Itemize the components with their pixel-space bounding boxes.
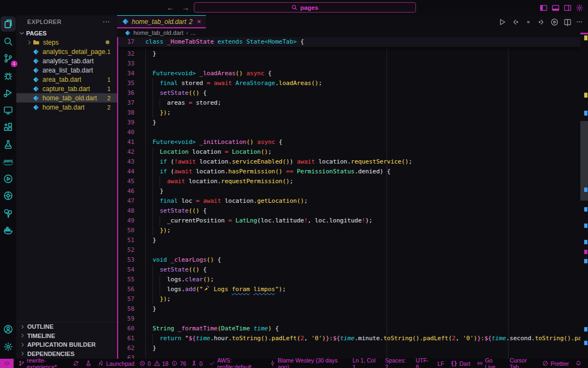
code-line-56[interactable]: 56logs.add(" Logs foram limpos"); (118, 285, 580, 294)
overview-ruler-scrollbar[interactable] (580, 33, 588, 359)
code-line-40[interactable]: 40 (118, 128, 580, 137)
activity-extensions[interactable] (1, 119, 16, 135)
status-problems-errors[interactable]: 0 (138, 359, 152, 368)
status-eol[interactable]: LF (434, 359, 447, 368)
tree-item-analytics_detail_page.d...[interactable]: analytics_detail_page.d...1 (16, 47, 117, 56)
next-change-button[interactable] (537, 18, 546, 26)
tree-item-capture_tab.dart[interactable]: capture_tab.dart1 (16, 84, 117, 93)
status-go-live[interactable]: Go Live (474, 359, 506, 368)
prev-change-button[interactable] (511, 18, 519, 26)
line-number[interactable]: 50 (118, 226, 134, 236)
tree-item-home_tab.dart[interactable]: home_tab.dart2 (16, 102, 117, 112)
line-number[interactable]: 39 (118, 118, 134, 128)
current-change-button[interactable] (524, 18, 532, 26)
toggle-secondary-sidebar[interactable] (564, 4, 572, 12)
status-problems-infos[interactable]: 76 (170, 359, 188, 368)
status-aws-profile[interactable]: AWS: profile:default (206, 359, 266, 368)
tree-item-area_list_tab.dart[interactable]: area_list_tab.dart (16, 65, 117, 75)
activity-docker[interactable] (1, 222, 16, 238)
status-launchpad[interactable]: Launchpad (95, 359, 138, 368)
code-line-62[interactable]: 62} (118, 343, 580, 353)
code-line-58[interactable]: 58} (118, 304, 580, 314)
status-cursor-position[interactable]: Ln 1, Col 1 (349, 359, 382, 368)
status-git-blame[interactable]: Blame Wesley (30 days ago) (266, 359, 350, 368)
line-number[interactable]: 61 (118, 334, 134, 343)
code-line-49[interactable]: 49_currentPosition = LatLng(loc.latitude… (118, 216, 580, 226)
code-line-37[interactable]: 37areas = stored; (118, 98, 580, 108)
code-line-33[interactable]: 33 (118, 59, 580, 69)
section-application-builder[interactable]: APPLICATION BUILDER (16, 340, 117, 349)
tab-home_tab_old[interactable]: home_tab_old.dart 2 × (117, 15, 206, 28)
toggle-panel[interactable] (552, 4, 560, 12)
code-line-43[interactable]: 43if (!await location.serviceEnabled()) … (118, 157, 580, 167)
status-ports[interactable]: 0 (188, 359, 206, 368)
activity-project-manager[interactable] (1, 206, 16, 221)
line-number[interactable]: 51 (118, 236, 134, 245)
tree-item-analytics_tab.dart[interactable]: analytics_tab.dart (16, 56, 117, 65)
code-line-50[interactable]: 50}); (118, 226, 580, 236)
activity-aws-toolkit[interactable]: aws (1, 154, 16, 169)
line-number[interactable]: 35 (118, 79, 134, 88)
activity-testing[interactable] (1, 137, 16, 152)
line-number[interactable]: 48 (118, 206, 134, 216)
code-line-42[interactable]: 42Location location = Location(); (118, 147, 580, 157)
line-number[interactable]: 49 (118, 216, 134, 226)
code-line-52[interactable]: 52 (118, 245, 580, 255)
nav-back-icon[interactable]: ← (167, 3, 174, 12)
code-line-63[interactable]: 63 (118, 353, 580, 359)
code-line-17[interactable]: 17class _HomeTabState extends State<Home… (118, 37, 580, 47)
line-number[interactable]: 40 (118, 128, 134, 137)
activity-gitlens-inspect[interactable] (1, 188, 16, 203)
close-icon[interactable]: × (197, 17, 201, 26)
sticky-scroll-line[interactable]: 17class _HomeTabState extends State<Home… (118, 37, 580, 47)
code-line-32[interactable]: 32} (118, 49, 580, 59)
line-number[interactable]: 45 (118, 177, 134, 186)
code-line-44[interactable]: 44if (await location.hasPermission() == … (118, 167, 580, 177)
more-actions-icon[interactable]: ··· (103, 19, 111, 25)
status-indentation[interactable]: Spaces: 2 (382, 359, 412, 368)
manage-layout[interactable] (575, 4, 584, 12)
line-number[interactable]: 38 (118, 108, 134, 118)
status-encoding[interactable]: UTF-8 (412, 359, 434, 368)
split-editor-button[interactable] (564, 18, 572, 26)
activity-run-tasks[interactable] (1, 85, 16, 100)
line-number[interactable]: 33 (118, 59, 134, 69)
pages-section-header[interactable]: PAGES (16, 28, 117, 38)
code-line-45[interactable]: 45await location.requestPermission(); (118, 177, 580, 186)
toggle-primary-sidebar[interactable] (540, 4, 548, 12)
activity-run-and-debug[interactable] (1, 68, 16, 83)
code-line-51[interactable]: 51} (118, 236, 580, 245)
status-problems-warnings[interactable]: 18 (152, 359, 170, 368)
status-cursor-tab[interactable]: Cursor Tab (506, 359, 539, 368)
status-extension-flask[interactable] (82, 359, 95, 368)
line-number[interactable]: 36 (118, 88, 134, 98)
code-line-41[interactable]: 41Future<void> _initLocation() async { (118, 137, 580, 147)
line-number[interactable]: 55 (118, 275, 134, 285)
code-line-60[interactable]: 60String _formatTime(DateTime time) { (118, 324, 580, 334)
status-git-branch[interactable]: rewrite-experience* (15, 359, 82, 368)
code-line-48[interactable]: 48setState(() { (118, 206, 580, 216)
run-button[interactable] (498, 18, 506, 26)
line-number[interactable]: 62 (118, 343, 134, 353)
code-line-54[interactable]: 54setState(() { (118, 265, 580, 275)
code-line-39[interactable]: 39} (118, 118, 580, 128)
line-number[interactable]: 54 (118, 265, 134, 275)
breadcrumb-file[interactable]: home_tab_old.dart (133, 29, 183, 36)
nav-forward-icon[interactable]: → (182, 3, 189, 12)
section-outline[interactable]: OUTLINE (16, 322, 117, 331)
line-number[interactable]: 34 (118, 69, 134, 79)
line-number[interactable]: 59 (118, 314, 134, 324)
line-number[interactable]: 52 (118, 245, 134, 255)
line-number[interactable]: 17 (118, 37, 134, 47)
activity-accounts[interactable] (1, 322, 16, 337)
code-line-47[interactable]: 47final loc = await location.getLocation… (118, 196, 580, 206)
line-number[interactable]: 58 (118, 304, 134, 314)
activity-source-control[interactable]: 1 (1, 51, 16, 66)
breadcrumb-more[interactable]: ... (191, 29, 195, 36)
activity-explorer[interactable] (1, 16, 16, 32)
code-line-34[interactable]: 34Future<void> _loadAreas() async { (118, 69, 580, 79)
line-number[interactable]: 57 (118, 294, 134, 304)
code-line-38[interactable]: 38}); (118, 108, 580, 118)
code-area[interactable]: 32}3334Future<void> _loadAreas() async {… (118, 47, 580, 359)
line-number[interactable]: 56 (118, 285, 134, 294)
